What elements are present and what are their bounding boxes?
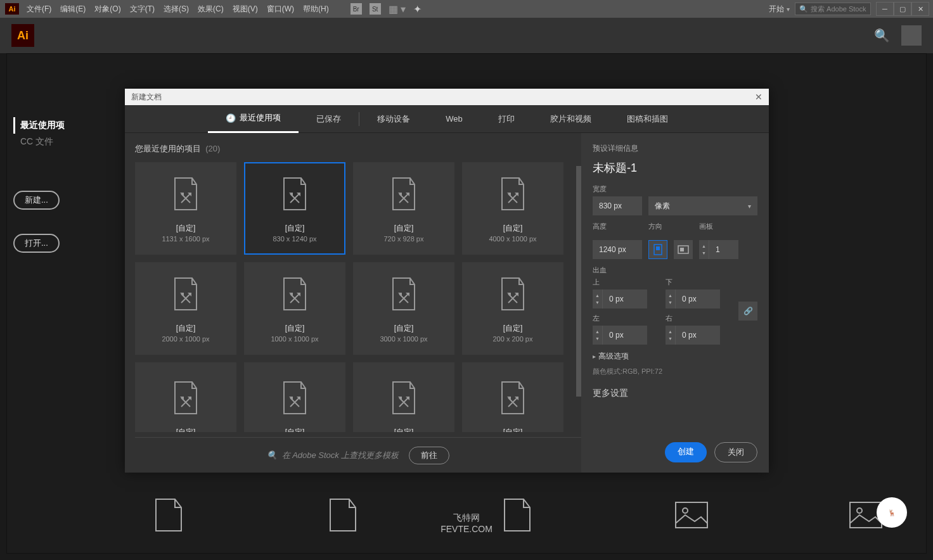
file-icon <box>321 493 365 537</box>
open-button[interactable]: 打开... <box>13 234 60 253</box>
preset-dimensions: 4000 x 1000 px <box>489 235 536 243</box>
presets-panel: 您最近使用的项目 (20) [自定]1131 x 1600 px[自定]830 … <box>125 133 581 473</box>
start-button[interactable]: 开始▾ <box>769 4 790 15</box>
menu-select[interactable]: 选择(S) <box>164 4 189 15</box>
tab-saved[interactable]: 已保存 <box>299 105 359 133</box>
menu-effect[interactable]: 效果(C) <box>198 4 224 15</box>
orientation-portrait-button[interactable] <box>648 240 667 259</box>
menu-window[interactable]: 窗口(W) <box>267 4 294 15</box>
clock-icon: 🕘 <box>226 113 236 123</box>
presets-grid: [自定]1131 x 1600 px[自定]830 x 1240 px[自定]7… <box>135 162 581 432</box>
close-button[interactable]: 关闭 <box>714 442 757 462</box>
watermark-text: 飞特网 FEVTE.COM <box>441 512 492 534</box>
preset-card[interactable]: [自定]1131 x 1600 px <box>135 162 236 255</box>
svg-rect-5 <box>656 246 660 250</box>
menu-file[interactable]: 文件(F) <box>27 4 51 15</box>
preset-dimensions: 3000 x 1000 px <box>380 335 427 343</box>
preset-card[interactable]: [自定]3000 x 1000 px <box>353 262 454 355</box>
preset-label: [自定] <box>285 223 305 234</box>
preset-label: [自定] <box>176 223 196 234</box>
preset-dimensions: 2000 x 1000 px <box>162 335 209 343</box>
artboards-input[interactable]: 1 <box>709 240 738 259</box>
sidebar-item-recent[interactable]: 最近使用项 <box>13 117 115 134</box>
height-label: 高度 <box>593 222 642 231</box>
tab-film-video[interactable]: 胶片和视频 <box>532 105 609 133</box>
menu-view[interactable]: 视图(V) <box>233 4 258 15</box>
artboards-label: 画板 <box>699 222 713 231</box>
svg-rect-7 <box>680 248 684 251</box>
create-button[interactable]: 创建 <box>665 442 707 462</box>
bleed-bottom-stepper[interactable]: ▲▼ <box>666 290 676 309</box>
chevron-down-icon: ▾ <box>787 6 790 13</box>
bleed-right-input[interactable]: 0 px <box>676 326 720 345</box>
width-input[interactable]: 830 px <box>593 196 642 215</box>
arrange-icon[interactable]: ✦ <box>413 3 421 15</box>
maximize-button[interactable]: ▢ <box>894 2 911 16</box>
search-icon[interactable]: 🔍 <box>874 28 890 43</box>
stock-search-row: 🔍在 Adobe Stock 上查找更多模板 前往 <box>135 437 581 473</box>
adobe-stock-search[interactable]: 🔍搜索 Adobe Stock <box>795 3 871 15</box>
watermark-badge: 🦌 <box>877 497 907 528</box>
preset-dimensions: 1000 x 1000 px <box>271 335 318 343</box>
preset-label: [自定] <box>503 323 523 334</box>
dialog-tabs: 🕘最近使用项 已保存 移动设备 Web 打印 胶片和视频 图稿和插图 <box>125 105 769 133</box>
bridge-icon[interactable]: Br <box>351 3 362 15</box>
preset-dimensions: 200 x 200 px <box>493 335 533 343</box>
tab-recent[interactable]: 🕘最近使用项 <box>208 105 299 133</box>
minimize-button[interactable]: ─ <box>876 2 894 16</box>
image-icon <box>669 493 714 537</box>
preset-card[interactable]: [自定] <box>462 362 563 432</box>
bleed-right-label: 右 <box>666 314 726 323</box>
preset-card[interactable]: [自定]720 x 928 px <box>353 162 454 255</box>
orientation-label: 方向 <box>648 222 693 231</box>
stock-search-field[interactable]: 🔍在 Adobe Stock 上查找更多模板 <box>267 450 399 461</box>
tab-web[interactable]: Web <box>428 105 480 133</box>
link-bleed-icon[interactable]: 🔗 <box>738 302 757 321</box>
bleed-left-input[interactable]: 0 px <box>603 326 647 345</box>
bleed-bottom-input[interactable]: 0 px <box>676 290 720 309</box>
height-input[interactable]: 1240 px <box>593 240 642 259</box>
preset-card[interactable]: [自定]1000 x 1000 px <box>244 262 345 355</box>
bleed-top-stepper[interactable]: ▲▼ <box>593 290 603 309</box>
color-mode-info: 颜色模式:RGB, PPI:72 <box>593 367 757 376</box>
tab-print[interactable]: 打印 <box>480 105 532 133</box>
preset-card[interactable]: [自定] <box>244 362 345 432</box>
scrollbar[interactable] <box>576 166 581 397</box>
bleed-right-stepper[interactable]: ▲▼ <box>666 326 676 345</box>
menu-bar: Ai 文件(F) 编辑(E) 对象(O) 文字(T) 选择(S) 效果(C) 视… <box>0 0 933 18</box>
svg-point-1 <box>683 508 688 513</box>
menu-help[interactable]: 帮助(H) <box>303 4 329 15</box>
more-settings-button[interactable]: 更多设置 <box>593 388 757 399</box>
tab-mobile[interactable]: 移动设备 <box>359 105 428 133</box>
menu-edit[interactable]: 编辑(E) <box>60 4 86 15</box>
workspace-switcher-icon[interactable]: ▦ ▾ <box>389 3 406 15</box>
preset-card[interactable]: [自定] <box>135 362 236 432</box>
preset-card[interactable]: [自定]200 x 200 px <box>462 262 563 355</box>
new-button[interactable]: 新建... <box>13 191 60 210</box>
preset-dimensions: 830 x 1240 px <box>273 235 316 243</box>
dialog-titlebar: 新建文档 ✕ <box>125 89 769 105</box>
unit-dropdown[interactable]: 像素▾ <box>648 196 757 215</box>
sidebar-item-cc-files[interactable]: CC 文件 <box>13 134 115 150</box>
preset-card[interactable]: [自定]4000 x 1000 px <box>462 162 563 255</box>
dialog-close-button[interactable]: ✕ <box>755 92 762 102</box>
preset-label: [自定] <box>394 223 414 234</box>
chevron-down-icon: ▾ <box>748 203 751 210</box>
orientation-landscape-button[interactable] <box>674 240 693 259</box>
bleed-left-label: 左 <box>593 314 653 323</box>
preset-card[interactable]: [自定]2000 x 1000 px <box>135 262 236 355</box>
bleed-top-input[interactable]: 0 px <box>603 290 647 309</box>
bleed-left-stepper[interactable]: ▲▼ <box>593 326 603 345</box>
user-avatar[interactable] <box>901 25 922 46</box>
document-name[interactable]: 未标题-1 <box>593 160 757 175</box>
tab-art-illustration[interactable]: 图稿和插图 <box>609 105 686 133</box>
close-window-button[interactable]: ✕ <box>911 2 929 16</box>
menu-object[interactable]: 对象(O) <box>94 4 120 15</box>
artboards-stepper[interactable]: ▲▼ <box>699 240 709 259</box>
stock-go-button[interactable]: 前往 <box>409 447 449 464</box>
preset-card[interactable]: [自定] <box>353 362 454 432</box>
menu-type[interactable]: 文字(T) <box>130 4 155 15</box>
advanced-options-toggle[interactable]: ▸高级选项 <box>593 351 757 362</box>
stock-icon[interactable]: St <box>370 3 381 15</box>
preset-card[interactable]: [自定]830 x 1240 px <box>244 162 345 255</box>
